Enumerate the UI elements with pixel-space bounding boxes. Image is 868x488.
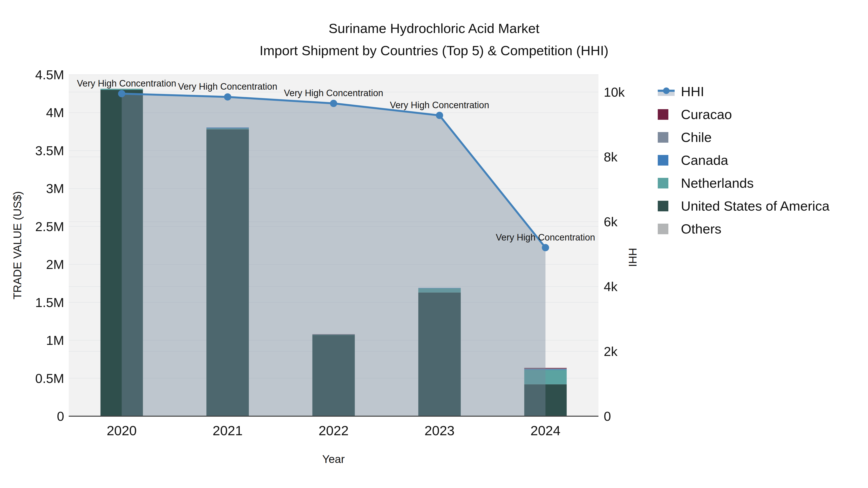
legend: HHICuracaoChileCanadaNetherlandsUnited S… — [658, 80, 830, 240]
color-swatch-icon — [658, 178, 675, 189]
chart-page: Very High ConcentrationVery High Concent… — [0, 0, 868, 488]
color-swatch-icon — [658, 224, 675, 234]
legend-item-canada[interactable]: Canada — [658, 149, 830, 171]
y-left-tick-label: 4M — [46, 105, 64, 120]
y-right-tick-label: 2k — [604, 344, 618, 359]
color-swatch-icon — [658, 155, 675, 166]
legend-swatch — [658, 132, 669, 143]
y-left-tick-label: 3.5M — [35, 143, 64, 158]
hhi-marker-2020[interactable] — [118, 90, 125, 97]
hhi-swatch — [658, 86, 675, 97]
x-tick-label: 2020 — [106, 423, 137, 438]
legend-swatch — [658, 155, 669, 166]
hhi-marker-2023[interactable] — [436, 112, 443, 119]
legend-item-others[interactable]: Others — [658, 217, 830, 240]
chart-title-line1: Suriname Hydrochloric Acid Market — [259, 18, 608, 39]
y-left-tick-label: 0 — [57, 409, 64, 423]
color-swatch-icon — [658, 201, 675, 212]
y-left-tick-label: 3M — [46, 181, 64, 196]
x-axis-title: Year — [322, 453, 345, 465]
legend-item-hhi[interactable]: HHI — [658, 80, 830, 103]
chart-title: Suriname Hydrochloric Acid Market Import… — [259, 18, 608, 62]
x-tick-label: 2023 — [425, 423, 455, 438]
legend-label: Others — [681, 221, 721, 237]
legend-label: Chile — [681, 129, 712, 145]
y-axis-title-right: HHI — [626, 248, 639, 267]
legend-swatch — [658, 178, 669, 189]
annotation-2024: Very High Concentration — [496, 232, 595, 242]
hhi-swatch-part — [663, 88, 670, 94]
legend-item-netherlands[interactable]: Netherlands — [658, 171, 830, 194]
legend-label: Canada — [681, 152, 728, 168]
y-left-tick-label: 1.5M — [35, 295, 64, 310]
y-right-tick-label: 0 — [604, 409, 611, 423]
x-tick-label: 2021 — [213, 423, 243, 438]
legend-label: Curacao — [681, 106, 732, 122]
legend-swatch — [658, 201, 669, 212]
annotation-2023: Very High Concentration — [390, 100, 489, 110]
color-swatch-icon — [658, 109, 675, 120]
y-left-tick-label: 2.5M — [35, 219, 64, 234]
legend-swatch — [658, 224, 669, 234]
annotation-2021: Very High Concentration — [178, 82, 277, 92]
x-tick-label: 2024 — [530, 423, 561, 438]
chart-title-line2: Import Shipment by Countries (Top 5) & C… — [259, 39, 608, 62]
legend-label: HHI — [681, 84, 704, 99]
y-left-tick-label: 1M — [46, 333, 64, 348]
hhi-marker-2024[interactable] — [542, 244, 549, 251]
hhi-marker-2022[interactable] — [330, 100, 337, 107]
y-right-tick-label: 4k — [604, 279, 618, 294]
y-right-tick-label: 6k — [604, 215, 618, 229]
color-swatch-icon — [658, 132, 675, 143]
bar-segment-netherlands[interactable] — [100, 89, 143, 90]
x-tick-label: 2022 — [318, 423, 349, 438]
y-left-tick-label: 0.5M — [35, 371, 64, 386]
hhi-marker-2021[interactable] — [224, 93, 231, 100]
annotation-2022: Very High Concentration — [284, 88, 383, 98]
legend-item-chile[interactable]: Chile — [658, 126, 830, 149]
y-right-tick-label: 10k — [604, 85, 625, 99]
legend-item-united-states-of-america[interactable]: United States of America — [658, 194, 830, 217]
hhi-line-swatch-icon — [658, 86, 675, 97]
chart-canvas: Very High ConcentrationVery High Concent… — [0, 0, 868, 488]
legend-item-curacao[interactable]: Curacao — [658, 103, 830, 126]
y-right-tick-label: 8k — [604, 150, 618, 164]
y-left-tick-label: 4.5M — [35, 67, 64, 82]
legend-swatch — [658, 109, 669, 120]
y-axis-title-left: TRADE VALUE (US$) — [11, 191, 24, 299]
legend-label: United States of America — [681, 198, 830, 214]
annotation-2020: Very High Concentration — [77, 78, 176, 89]
legend-label: Netherlands — [681, 175, 754, 191]
y-left-tick-label: 2M — [46, 257, 64, 271]
